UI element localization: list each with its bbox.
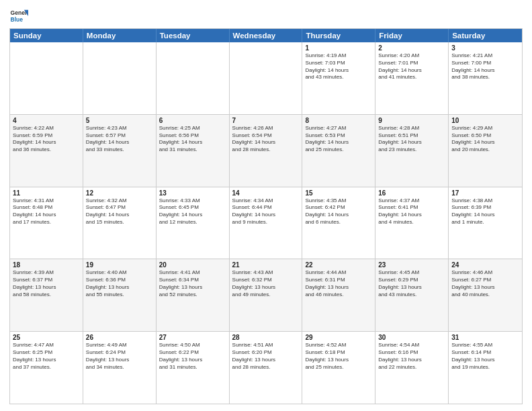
day-number: 3 [451,44,519,52]
logo-icon: General Blue [9,7,28,26]
cal-cell: 6Sunrise: 4:25 AM Sunset: 6:56 PM Daylig… [157,115,230,187]
cell-info: Sunrise: 4:46 AM Sunset: 6:27 PM Dayligh… [451,269,519,298]
cal-cell: 27Sunrise: 4:50 AM Sunset: 6:22 PM Dayli… [157,332,230,404]
day-number: 26 [86,334,153,341]
cell-info: Sunrise: 4:21 AM Sunset: 7:00 PM Dayligh… [451,52,519,81]
day-number: 4 [13,117,80,124]
cal-cell: 9Sunrise: 4:28 AM Sunset: 6:51 PM Daylig… [375,115,449,187]
week-row-1: 1Sunrise: 4:19 AM Sunset: 7:03 PM Daylig… [10,42,522,114]
header: General Blue [9,7,523,26]
cell-info: Sunrise: 4:45 AM Sunset: 6:29 PM Dayligh… [378,269,445,298]
cell-info: Sunrise: 4:43 AM Sunset: 6:32 PM Dayligh… [232,269,300,298]
cell-info: Sunrise: 4:35 AM Sunset: 6:42 PM Dayligh… [305,197,372,226]
cal-cell: 4Sunrise: 4:22 AM Sunset: 6:59 PM Daylig… [10,115,83,187]
day-number: 18 [13,261,80,269]
day-header-wednesday: Wednesday [230,29,303,42]
cal-cell: 16Sunrise: 4:37 AM Sunset: 6:41 PM Dayli… [375,187,449,259]
cal-cell: 15Sunrise: 4:35 AM Sunset: 6:42 PM Dayli… [302,187,375,259]
cal-cell: 5Sunrise: 4:23 AM Sunset: 6:57 PM Daylig… [83,115,157,187]
cell-info: Sunrise: 4:29 AM Sunset: 6:50 PM Dayligh… [451,125,519,154]
cal-cell: 7Sunrise: 4:26 AM Sunset: 6:54 PM Daylig… [230,115,303,187]
cal-cell: 18Sunrise: 4:39 AM Sunset: 6:37 PM Dayli… [10,259,83,331]
day-number: 11 [13,189,80,197]
day-number: 6 [159,117,226,124]
day-number: 21 [232,261,300,269]
page: General Blue SundayMondayTuesdayWednesda… [0,0,532,411]
cell-info: Sunrise: 4:47 AM Sunset: 6:25 PM Dayligh… [13,342,80,371]
cal-cell: 20Sunrise: 4:41 AM Sunset: 6:34 PM Dayli… [157,259,230,331]
cal-cell: 26Sunrise: 4:49 AM Sunset: 6:24 PM Dayli… [83,332,157,404]
week-row-4: 18Sunrise: 4:39 AM Sunset: 6:37 PM Dayli… [10,259,522,331]
day-number: 2 [378,44,445,52]
day-number: 24 [451,261,519,269]
cell-info: Sunrise: 4:34 AM Sunset: 6:44 PM Dayligh… [232,197,300,226]
cell-info: Sunrise: 4:52 AM Sunset: 6:18 PM Dayligh… [305,342,372,371]
week-row-3: 11Sunrise: 4:31 AM Sunset: 6:48 PM Dayli… [10,187,522,259]
day-number: 30 [378,334,445,341]
cal-cell: 21Sunrise: 4:43 AM Sunset: 6:32 PM Dayli… [230,259,303,331]
day-number: 19 [86,261,153,269]
cell-info: Sunrise: 4:27 AM Sunset: 6:53 PM Dayligh… [305,125,372,154]
cell-info: Sunrise: 4:28 AM Sunset: 6:51 PM Dayligh… [378,125,445,154]
cal-cell: 8Sunrise: 4:27 AM Sunset: 6:53 PM Daylig… [302,115,375,187]
day-number: 7 [232,117,300,124]
calendar: SundayMondayTuesdayWednesdayThursdayFrid… [9,28,523,404]
cal-cell [10,42,83,114]
cal-cell: 2Sunrise: 4:20 AM Sunset: 7:01 PM Daylig… [375,42,449,114]
cal-cell: 17Sunrise: 4:38 AM Sunset: 6:39 PM Dayli… [449,187,522,259]
cell-info: Sunrise: 4:37 AM Sunset: 6:41 PM Dayligh… [378,197,445,226]
week-row-2: 4Sunrise: 4:22 AM Sunset: 6:59 PM Daylig… [10,114,522,187]
cal-cell: 12Sunrise: 4:32 AM Sunset: 6:47 PM Dayli… [83,187,157,259]
calendar-header: SundayMondayTuesdayWednesdayThursdayFrid… [10,29,522,42]
cal-cell [83,42,157,114]
day-number: 13 [159,189,226,197]
cal-cell: 1Sunrise: 4:19 AM Sunset: 7:03 PM Daylig… [302,42,375,114]
day-number: 25 [13,334,80,341]
cal-cell: 28Sunrise: 4:51 AM Sunset: 6:20 PM Dayli… [230,332,303,404]
day-header-friday: Friday [375,29,449,42]
day-number: 17 [451,189,519,197]
day-number: 12 [86,189,153,197]
cell-info: Sunrise: 4:23 AM Sunset: 6:57 PM Dayligh… [86,125,153,154]
cell-info: Sunrise: 4:41 AM Sunset: 6:34 PM Dayligh… [159,269,226,298]
day-number: 23 [378,261,445,269]
cal-cell: 11Sunrise: 4:31 AM Sunset: 6:48 PM Dayli… [10,187,83,259]
day-number: 8 [305,117,372,124]
cell-info: Sunrise: 4:44 AM Sunset: 6:31 PM Dayligh… [305,269,372,298]
cell-info: Sunrise: 4:50 AM Sunset: 6:22 PM Dayligh… [159,342,226,371]
cell-info: Sunrise: 4:25 AM Sunset: 6:56 PM Dayligh… [159,125,226,154]
cell-info: Sunrise: 4:32 AM Sunset: 6:47 PM Dayligh… [86,197,153,226]
cal-cell: 3Sunrise: 4:21 AM Sunset: 7:00 PM Daylig… [449,42,522,114]
day-header-thursday: Thursday [302,29,375,42]
day-number: 16 [378,189,445,197]
cal-cell: 30Sunrise: 4:54 AM Sunset: 6:16 PM Dayli… [375,332,449,404]
day-number: 14 [232,189,300,197]
cal-cell: 24Sunrise: 4:46 AM Sunset: 6:27 PM Dayli… [449,259,522,331]
cell-info: Sunrise: 4:31 AM Sunset: 6:48 PM Dayligh… [13,197,80,226]
cal-cell: 22Sunrise: 4:44 AM Sunset: 6:31 PM Dayli… [302,259,375,331]
day-number: 15 [305,189,372,197]
day-number: 1 [305,44,372,52]
cal-cell: 10Sunrise: 4:29 AM Sunset: 6:50 PM Dayli… [449,115,522,187]
day-number: 20 [159,261,226,269]
cell-info: Sunrise: 4:55 AM Sunset: 6:14 PM Dayligh… [451,342,519,371]
cell-info: Sunrise: 4:26 AM Sunset: 6:54 PM Dayligh… [232,125,300,154]
cal-cell: 19Sunrise: 4:40 AM Sunset: 6:36 PM Dayli… [83,259,157,331]
cal-cell: 14Sunrise: 4:34 AM Sunset: 6:44 PM Dayli… [230,187,303,259]
cal-cell: 25Sunrise: 4:47 AM Sunset: 6:25 PM Dayli… [10,332,83,404]
cell-info: Sunrise: 4:39 AM Sunset: 6:37 PM Dayligh… [13,269,80,298]
day-number: 10 [451,117,519,124]
cell-info: Sunrise: 4:40 AM Sunset: 6:36 PM Dayligh… [86,269,153,298]
cell-info: Sunrise: 4:38 AM Sunset: 6:39 PM Dayligh… [451,197,519,226]
day-number: 5 [86,117,153,124]
day-header-sunday: Sunday [10,29,83,42]
cell-info: Sunrise: 4:22 AM Sunset: 6:59 PM Dayligh… [13,125,80,154]
week-row-5: 25Sunrise: 4:47 AM Sunset: 6:25 PM Dayli… [10,331,522,404]
cell-info: Sunrise: 4:33 AM Sunset: 6:45 PM Dayligh… [159,197,226,226]
calendar-body: 1Sunrise: 4:19 AM Sunset: 7:03 PM Daylig… [10,42,522,404]
day-header-tuesday: Tuesday [157,29,230,42]
cal-cell [230,42,303,114]
day-number: 27 [159,334,226,341]
cal-cell [157,42,230,114]
footer-note [9,404,523,406]
